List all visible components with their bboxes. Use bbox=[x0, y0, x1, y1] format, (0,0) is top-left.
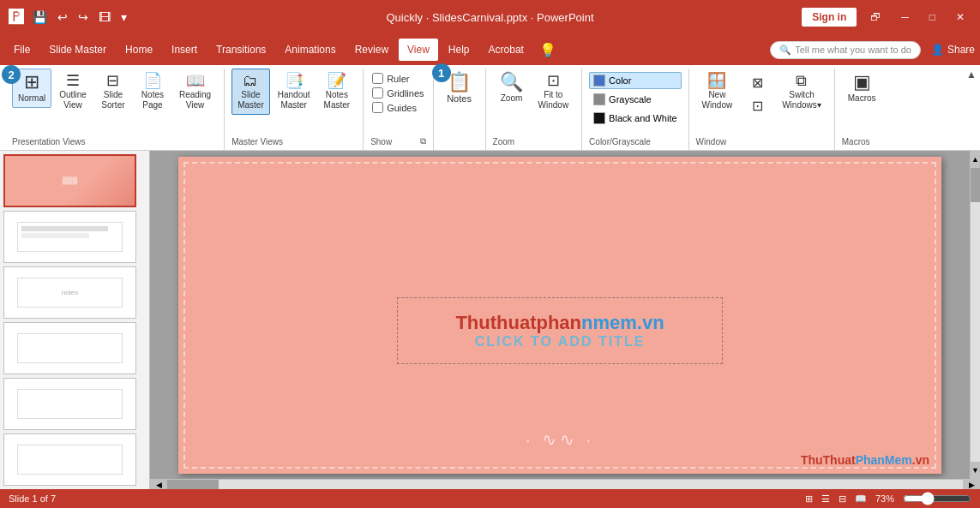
slide-6-content bbox=[17, 445, 122, 475]
badge-2[interactable]: 2 bbox=[2, 65, 21, 84]
save-button[interactable]: 💾 bbox=[29, 9, 51, 26]
slide-content-box[interactable]: Thuthuatphannmem.vn CLICK TO ADD TITLE bbox=[397, 297, 723, 364]
grayscale-option[interactable]: Grayscale bbox=[589, 91, 681, 108]
fit-to-window-label: Fit to Window bbox=[538, 90, 569, 111]
notes-page-button[interactable]: 📄 Notes Page bbox=[134, 69, 171, 115]
ruler-input[interactable] bbox=[372, 73, 383, 84]
menu-file[interactable]: File bbox=[5, 39, 39, 61]
ruler-checkbox[interactable]: Ruler bbox=[370, 72, 425, 85]
new-window-button[interactable]: 🪟 New Window bbox=[696, 69, 739, 115]
guides-checkbox[interactable]: Guides bbox=[370, 101, 425, 114]
menu-home[interactable]: Home bbox=[117, 39, 161, 61]
maximize-button[interactable]: □ bbox=[923, 8, 942, 27]
minimize-button[interactable]: ─ bbox=[894, 8, 916, 27]
badge-1[interactable]: 1 bbox=[432, 63, 451, 82]
master-views-group: 🗂 Slide Master 📑 Handout Master 📝 Notes … bbox=[225, 69, 364, 150]
normal-view-status-button[interactable]: ⊞ bbox=[805, 493, 813, 505]
slide-sorter-icon: ⊟ bbox=[106, 73, 119, 88]
h-scroll-track[interactable] bbox=[167, 480, 963, 489]
outline-view-icon: ☰ bbox=[66, 73, 80, 88]
h-scroll-thumb[interactable] bbox=[167, 480, 219, 489]
notes-master-icon: 📝 bbox=[328, 73, 346, 88]
menu-insert[interactable]: Insert bbox=[163, 39, 206, 61]
slide-thumb-6[interactable] bbox=[3, 433, 136, 486]
show-expand-icon[interactable]: ⧉ bbox=[420, 136, 426, 146]
scroll-up-button[interactable]: ▲ bbox=[971, 151, 980, 168]
zoom-button[interactable]: 🔍 Zoom bbox=[493, 69, 531, 108]
scroll-track[interactable] bbox=[971, 168, 980, 462]
more-button[interactable]: ▾ bbox=[117, 9, 130, 26]
customize-button[interactable]: 🎞 bbox=[95, 9, 114, 26]
scroll-up-icon: ▲ bbox=[971, 155, 979, 164]
undo-button[interactable]: ↩ bbox=[54, 9, 71, 26]
close-button[interactable]: ✕ bbox=[949, 8, 971, 27]
slide-title-blue: nmem.vn bbox=[581, 312, 664, 333]
slide-sorter-status-button[interactable]: ⊟ bbox=[839, 493, 846, 505]
scroll-right-button[interactable]: ▶ bbox=[963, 480, 980, 489]
slide-master-label: Slide Master bbox=[237, 90, 264, 111]
scroll-thumb[interactable] bbox=[971, 168, 980, 202]
scroll-down-button[interactable]: ▼ bbox=[971, 462, 980, 479]
reading-view-button[interactable]: 📖 Reading View bbox=[173, 69, 217, 115]
menu-review[interactable]: Review bbox=[346, 39, 397, 61]
notes-group: 1 📋 Notes bbox=[434, 69, 486, 150]
slide-thumb-4[interactable] bbox=[3, 322, 136, 374]
new-window-label: New Window bbox=[702, 90, 733, 111]
scroll-left-button[interactable]: ◀ bbox=[150, 480, 167, 489]
menu-acrobat[interactable]: Acrobat bbox=[480, 39, 532, 61]
arrange-all-button[interactable]: ⊠ bbox=[740, 72, 774, 93]
ribbon-collapse-button[interactable]: ▲ bbox=[966, 69, 977, 81]
reading-view-status-button[interactable]: 📖 bbox=[855, 493, 867, 505]
fit-to-window-button[interactable]: ⊡ Fit to Window bbox=[532, 69, 575, 115]
slide-canvas[interactable]: Thuthuatphannmem.vn CLICK TO ADD TITLE ·… bbox=[178, 157, 941, 474]
macros-items: ▣ Macros bbox=[842, 69, 882, 137]
title-bar-right: Sign in 🗗 ─ □ ✕ bbox=[802, 8, 971, 27]
main-area: ▓▓▓ notes bbox=[0, 151, 980, 489]
redo-button[interactable]: ↪ bbox=[75, 9, 92, 26]
slide-master-button[interactable]: 🗂 Slide Master bbox=[231, 69, 270, 115]
share-button[interactable]: 👤 Share bbox=[931, 44, 975, 56]
show-label: Show bbox=[370, 137, 392, 150]
black-white-option[interactable]: Black and White bbox=[589, 110, 681, 127]
macros-icon: ▣ bbox=[853, 73, 871, 92]
notes-master-button[interactable]: 📝 Notes Master bbox=[318, 69, 357, 115]
zoom-level: 73% bbox=[875, 493, 894, 504]
horizontal-scrollbar[interactable]: ◀ ▶ bbox=[150, 479, 980, 489]
tell-me-box[interactable]: 🔍 Tell me what you want to do bbox=[770, 41, 921, 59]
slide-title-red: Thuthuatphan bbox=[455, 312, 581, 333]
color-option[interactable]: Color bbox=[589, 72, 681, 89]
menu-view[interactable]: View bbox=[399, 39, 438, 61]
vertical-scrollbar[interactable]: ▲ ▼ bbox=[970, 151, 980, 479]
menu-animations[interactable]: Animations bbox=[276, 39, 344, 61]
notes-label: Notes bbox=[447, 93, 472, 105]
menu-help[interactable]: Help bbox=[440, 39, 478, 61]
outline-view-status-button[interactable]: ☰ bbox=[821, 493, 830, 505]
slide-thumb-1[interactable]: ▓▓▓ bbox=[3, 154, 136, 207]
master-views-label: Master Views bbox=[231, 137, 283, 150]
slide-thumb-5[interactable] bbox=[3, 378, 136, 430]
restore-window-button[interactable]: 🗗 bbox=[863, 8, 887, 27]
notes-icon: 📋 bbox=[448, 73, 471, 92]
slide-3-text: notes bbox=[62, 289, 79, 296]
share-label: Share bbox=[947, 44, 975, 56]
slide-sorter-button[interactable]: ⊟ Slide Sorter bbox=[94, 69, 132, 115]
notes-group-label bbox=[441, 137, 443, 150]
menu-slide-master[interactable]: Slide Master bbox=[40, 39, 115, 61]
switch-windows-label: Switch Windows▾ bbox=[782, 90, 821, 111]
menu-transitions[interactable]: Transitions bbox=[207, 39, 274, 61]
switch-windows-button[interactable]: ⧉ Switch Windows▾ bbox=[776, 69, 827, 115]
zoom-label: Zoom bbox=[501, 93, 523, 104]
outline-view-button[interactable]: ☰ Outline View bbox=[53, 69, 93, 115]
slide-3-content: notes bbox=[17, 278, 122, 308]
gridlines-input[interactable] bbox=[372, 87, 383, 99]
slide-thumb-2[interactable] bbox=[3, 211, 136, 263]
slide-thumb-3[interactable]: notes bbox=[3, 266, 136, 319]
macros-button[interactable]: ▣ Macros bbox=[842, 69, 882, 108]
grayscale-label: Grayscale bbox=[609, 94, 652, 105]
guides-input[interactable] bbox=[372, 102, 383, 113]
handout-master-button[interactable]: 📑 Handout Master bbox=[272, 69, 316, 115]
zoom-slider[interactable] bbox=[903, 492, 971, 505]
sign-in-button[interactable]: Sign in bbox=[802, 8, 857, 27]
cascade-button[interactable]: ⊡ bbox=[740, 95, 774, 117]
gridlines-checkbox[interactable]: Gridlines bbox=[370, 87, 425, 99]
